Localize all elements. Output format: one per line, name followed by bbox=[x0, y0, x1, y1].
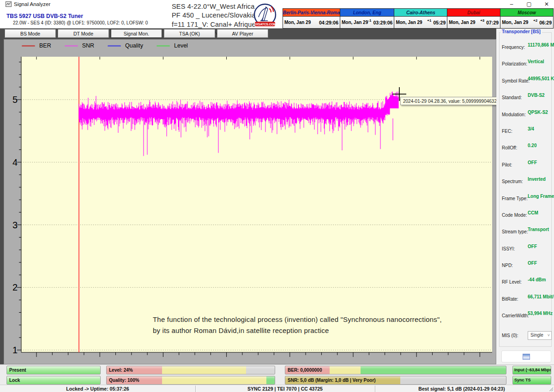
clock-date: Mon, Jan 29 bbox=[284, 20, 311, 25]
field-label: Frequency: bbox=[502, 45, 525, 50]
field-label: Spectrum: bbox=[502, 179, 523, 184]
tab-label: DT Mode bbox=[73, 31, 93, 36]
mis-select[interactable]: Single ˅ bbox=[528, 331, 552, 340]
app-icon bbox=[6, 1, 12, 7]
transponder-field-row: Symbol Rate: 44995,501 KS/s bbox=[496, 75, 554, 92]
field-value: DVB-S2 bbox=[528, 93, 545, 98]
statusbar-counters: SYNC 2129 | TEI 7070 | CC 43725 bbox=[195, 386, 375, 392]
snr-bar: SNR: 5,0 dB (Margin: 1,0 dB | Very Poor) bbox=[285, 376, 506, 385]
chart-annotation-line1: The function of the technological proces… bbox=[153, 315, 442, 323]
field-label: CarrierWidth: bbox=[502, 313, 529, 318]
field-label: RollOff: bbox=[502, 145, 517, 150]
tuner-name: TBS 5927 USB DVB-S2 Tuner bbox=[6, 13, 83, 19]
field-value: 44995,501 KS/s bbox=[528, 76, 554, 81]
transponder-field-row: Pilot: OFF bbox=[496, 159, 554, 176]
field-value: 53,994 MHz bbox=[528, 311, 553, 316]
mis-selected-value: Single bbox=[530, 333, 543, 338]
mode-tab[interactable]: BS Mode bbox=[5, 29, 56, 38]
clock-date: Mon, Jan 29 bbox=[449, 20, 475, 25]
clock-time: 04:29:06 bbox=[319, 20, 338, 25]
mode-tab[interactable]: DT Mode bbox=[58, 29, 109, 38]
mode-tab[interactable]: TSA (OK) bbox=[164, 29, 215, 38]
quality-bar: Quality: 100% bbox=[106, 376, 275, 385]
chart-annotation-line2: by its author Roman Dávid,in satellite r… bbox=[153, 327, 329, 334]
chevron-down-icon: ˅ bbox=[548, 333, 550, 338]
mode-tab[interactable]: Signal Mon. bbox=[111, 29, 162, 38]
satellite-info-line: SES 4-22.0°W_West Africa bbox=[172, 2, 255, 11]
transponder-field-row: ISSYI: OFF bbox=[496, 243, 554, 260]
clock-header: Cairo-Athens bbox=[394, 9, 447, 17]
level-bar: Level: 24% bbox=[106, 366, 275, 374]
window-title: Signal Analyzer bbox=[14, 1, 50, 7]
clock-time: 07:29 bbox=[486, 20, 499, 25]
input-rate-indicator: Input (~63,84 Mbps) bbox=[512, 366, 551, 374]
transponder-fields: Frequency: 11170,866 MHz Polarization: V… bbox=[496, 42, 554, 327]
field-value: 3/4 bbox=[528, 126, 534, 131]
transponder-field-row: BitRate: 66,711 Mbit/s bbox=[496, 293, 554, 310]
world-clock: London, Eng Mon, Jan 29 -1 03:29:06 bbox=[340, 8, 394, 29]
field-value: Long Frame bbox=[528, 194, 554, 199]
statusbar-uptime: Locked -> Uptime: 05:37:26 bbox=[0, 386, 195, 392]
tab-label: AV Player bbox=[232, 31, 253, 36]
clock-header: Berlin-Paris-Vienna-Roma bbox=[283, 9, 340, 17]
field-value: -44 dBm bbox=[528, 277, 546, 282]
field-label: BitRate: bbox=[502, 297, 518, 302]
transponder-field-row: Modulation: QPSK-S2 bbox=[496, 109, 554, 125]
clock-city-label: Dubai bbox=[467, 10, 480, 15]
world-clock: Cairo-Athens Mon, Jan 29 +1 05:29 bbox=[394, 8, 447, 29]
mode-tab[interactable]: AV Player bbox=[217, 29, 268, 38]
list-icon bbox=[523, 354, 530, 360]
field-value: OFF bbox=[528, 261, 537, 266]
mode-tabs: BS Mode DT Mode Signal Mon. TSA (OK) AV … bbox=[5, 29, 268, 38]
field-label: RF Level: bbox=[502, 279, 522, 285]
y-axis-tick-label: 2 bbox=[5, 281, 18, 294]
world-clock: Berlin-Paris-Vienna-Roma Mon, Jan 29 04:… bbox=[283, 8, 340, 29]
field-value: OFF bbox=[528, 160, 537, 165]
transponder-field-row: Frame Type: Long Frame bbox=[496, 193, 554, 209]
field-label: Frame Type: bbox=[502, 196, 528, 201]
field-value: OFF bbox=[528, 244, 537, 249]
clock-city-label: Moscow bbox=[518, 10, 536, 15]
statusbar: Locked -> Uptime: 05:37:26 SYNC 2129 | T… bbox=[0, 385, 554, 392]
signal-chart-panel: BER SNR Quality Level 12345 The function… bbox=[4, 39, 496, 364]
clock-city-label: Cairo-Athens bbox=[406, 10, 435, 15]
clock-body: Mon, Jan 29 +2 06:29 bbox=[500, 17, 553, 28]
tab-label: TSA (OK) bbox=[179, 31, 200, 36]
transponder-field-row: CarrierWidth: 53,994 MHz bbox=[496, 310, 554, 327]
transponder-title: Transponder [BS] bbox=[500, 29, 542, 34]
transponder-field-row: NPD: OFF bbox=[496, 260, 554, 276]
clock-city-label: Berlin-Paris-Vienna-Roma bbox=[283, 10, 340, 15]
field-value: Transport bbox=[528, 227, 549, 232]
field-value: Inverted bbox=[528, 177, 546, 182]
clock-time: 03:29:06 bbox=[373, 20, 392, 25]
transponder-field-row: RF Level: -44 dBm bbox=[496, 276, 554, 293]
logo-text: DXSATCS.COM bbox=[254, 23, 277, 26]
lock-indicator: Lock bbox=[6, 376, 101, 385]
close-button[interactable]: ✕ bbox=[543, 0, 550, 8]
satellite-info-line: f=11 171_V: Canal+ Afrique bbox=[172, 20, 255, 29]
field-value: 0.20 bbox=[528, 143, 536, 148]
clock-header: Moscow bbox=[500, 9, 553, 17]
maximize-button[interactable]: ▢ bbox=[525, 0, 533, 8]
tab-label: Signal Mon. bbox=[124, 31, 149, 36]
clock-body: Mon, Jan 29 +3 07:29 bbox=[447, 17, 500, 28]
transponder-field-row: FEC: 3/4 bbox=[496, 125, 554, 142]
field-label: Stream type: bbox=[502, 229, 528, 234]
resize-grip-icon[interactable] bbox=[549, 387, 553, 391]
y-axis-tick-label: 4 bbox=[5, 156, 18, 169]
y-axis-tick-label: 5 bbox=[5, 93, 18, 106]
clock-time: 06:29 bbox=[539, 20, 552, 25]
field-label: Standard: bbox=[502, 95, 522, 100]
clock-header: London, Eng bbox=[340, 9, 394, 17]
minimize-button[interactable]: – bbox=[508, 0, 515, 8]
field-label: FEC: bbox=[502, 129, 512, 134]
clock-time: 05:29 bbox=[433, 20, 446, 25]
transponder-list-button[interactable] bbox=[501, 350, 551, 362]
world-clock: Moscow Mon, Jan 29 +2 06:29 bbox=[500, 8, 554, 29]
field-label: Pilot: bbox=[502, 162, 512, 167]
dxsatcs-logo: DXSATCS.COM bbox=[252, 3, 278, 27]
statusbar-best-signal: Best signal: 5,1 dB (2024-01-29 04:23) bbox=[375, 386, 548, 392]
clock-date: Mon, Jan 29 bbox=[502, 20, 528, 25]
clock-body: Mon, Jan 29 -1 03:29:06 bbox=[340, 17, 394, 28]
field-label: Code Mode: bbox=[502, 213, 527, 218]
